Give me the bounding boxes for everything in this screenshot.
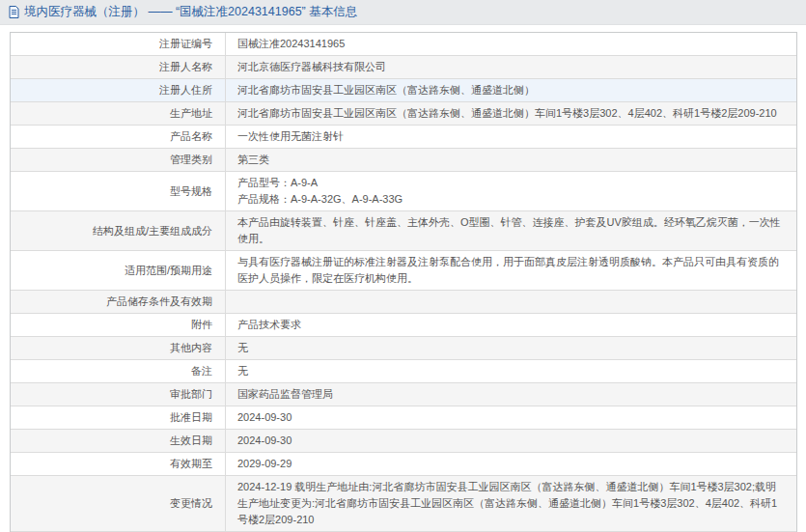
row-valid-until: 有效期至 2029-09-29 bbox=[11, 453, 796, 476]
value-production-address: 河北省廊坊市固安县工业园区南区（富达路东侧、通盛道北侧）车间1号楼3层302、4… bbox=[226, 102, 796, 125]
row-attachment: 附件 产品技术要求 bbox=[11, 314, 796, 337]
page-header: 境内医疗器械（注册） —— “国械注准20243141965” 基本信息 bbox=[0, 0, 806, 25]
label-valid-until: 有效期至 bbox=[11, 453, 226, 475]
label-remarks: 备注 bbox=[11, 360, 226, 382]
model-line: 产品型号：A-9-A bbox=[237, 175, 787, 191]
value-product-name: 一次性使用无菌注射针 bbox=[226, 126, 796, 148]
row-model-spec: 型号规格 产品型号：A-9-A 产品规格：A-9-A-32G、A-9-A-33G bbox=[11, 172, 796, 211]
value-remarks: 无 bbox=[226, 360, 796, 382]
label-reg-cert-number: 注册证编号 bbox=[11, 33, 226, 55]
label-production-address: 生产地址 bbox=[11, 102, 226, 125]
value-registrant-name: 河北京德医疗器械科技有限公司 bbox=[226, 56, 796, 78]
value-intended-use: 与具有医疗器械注册证的标准注射器及注射泵配合使用，用于面部真皮层注射透明质酸钠。… bbox=[226, 251, 796, 290]
label-intended-use: 适用范围/预期用途 bbox=[11, 251, 226, 290]
value-effective-date: 2024-09-30 bbox=[226, 430, 796, 452]
label-effective-date: 生效日期 bbox=[11, 430, 226, 452]
page-title: 境内医疗器械（注册） —— “国械注准20243141965” 基本信息 bbox=[24, 4, 357, 20]
label-attachment: 附件 bbox=[11, 314, 226, 336]
label-approval-department: 审批部门 bbox=[11, 383, 226, 406]
basic-info-table: 注册证编号 国械注准20243141965 注册人名称 河北京德医疗器械科技有限… bbox=[10, 32, 797, 532]
row-production-address: 生产地址 河北省廊坊市固安县工业园区南区（富达路东侧、通盛道北侧）车间1号楼3层… bbox=[11, 102, 796, 126]
label-structure-composition: 结构及组成/主要组成成分 bbox=[11, 211, 226, 250]
label-registrant-address: 注册人住所 bbox=[11, 79, 226, 101]
row-other-content: 其他内容 无 bbox=[11, 337, 796, 360]
value-other-content: 无 bbox=[226, 337, 796, 359]
value-approval-department: 国家药品监督管理局 bbox=[226, 383, 796, 406]
row-approval-department: 审批部门 国家药品监督管理局 bbox=[11, 383, 796, 406]
value-storage-conditions bbox=[226, 291, 796, 313]
row-registrant-name: 注册人名称 河北京德医疗器械科技有限公司 bbox=[11, 56, 796, 79]
value-approval-date: 2024-09-30 bbox=[226, 406, 796, 429]
row-approval-date: 批准日期 2024-09-30 bbox=[11, 406, 796, 430]
row-product-name: 产品名称 一次性使用无菌注射针 bbox=[11, 126, 796, 149]
row-change-info: 变更情况 2024-12-19 载明生产地址由:河北省廊坊市固安县工业园区南区（… bbox=[11, 476, 796, 532]
spec-line: 产品规格：A-9-A-32G、A-9-A-33G bbox=[237, 191, 787, 208]
row-structure-composition: 结构及组成/主要组成成分 本产品由旋转装置、针座、针座盖、主体外壳、O型圈、针管… bbox=[11, 211, 796, 251]
label-product-name: 产品名称 bbox=[11, 126, 226, 148]
value-model-spec: 产品型号：A-9-A 产品规格：A-9-A-32G、A-9-A-33G bbox=[226, 172, 796, 210]
row-storage-conditions: 产品储存条件及有效期 bbox=[11, 291, 796, 314]
label-model-spec: 型号规格 bbox=[11, 172, 226, 210]
label-approval-date: 批准日期 bbox=[11, 406, 226, 429]
value-structure-composition: 本产品由旋转装置、针座、针座盖、主体外壳、O型圈、针管、连接座、护套及UV胶组成… bbox=[226, 211, 796, 250]
value-attachment: 产品技术要求 bbox=[226, 314, 796, 336]
label-registrant-name: 注册人名称 bbox=[11, 56, 226, 78]
document-icon bbox=[9, 6, 19, 18]
value-valid-until: 2029-09-29 bbox=[226, 453, 796, 475]
value-management-category: 第三类 bbox=[226, 149, 796, 171]
value-registrant-address: 河北省廊坊市固安县工业园区南区（富达路东侧、通盛道北侧） bbox=[226, 79, 796, 101]
value-change-info: 2024-12-19 载明生产地址由:河北省廊坊市固安县工业园区南区（富达路东侧… bbox=[226, 476, 796, 531]
row-remarks: 备注 无 bbox=[11, 360, 796, 383]
row-effective-date: 生效日期 2024-09-30 bbox=[11, 430, 796, 453]
row-intended-use: 适用范围/预期用途 与具有医疗器械注册证的标准注射器及注射泵配合使用，用于面部真… bbox=[11, 251, 796, 291]
row-registrant-address: 注册人住所 河北省廊坊市固安县工业园区南区（富达路东侧、通盛道北侧） bbox=[11, 79, 796, 102]
label-other-content: 其他内容 bbox=[11, 337, 226, 359]
value-reg-cert-number: 国械注准20243141965 bbox=[226, 33, 796, 55]
label-management-category: 管理类别 bbox=[11, 149, 226, 171]
label-change-info: 变更情况 bbox=[11, 476, 226, 531]
label-storage-conditions: 产品储存条件及有效期 bbox=[11, 291, 226, 313]
row-management-category: 管理类别 第三类 bbox=[11, 149, 796, 172]
row-reg-cert-number: 注册证编号 国械注准20243141965 bbox=[11, 33, 796, 56]
